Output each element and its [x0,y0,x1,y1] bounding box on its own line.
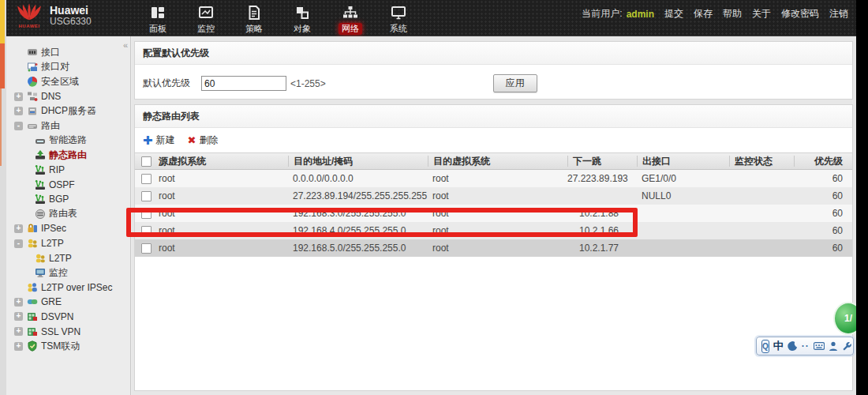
sidebar-item[interactable]: + IPSec [6,221,130,236]
apply-button[interactable]: 应用 [493,74,537,92]
sidebar-item[interactable]: 监控 [6,265,130,280]
sidebar-item[interactable]: + GRE [6,295,130,310]
row-checkbox[interactable] [141,191,152,201]
tree-expander-icon[interactable]: + [14,327,23,336]
sidebar-item[interactable]: 静态路由 [6,148,130,163]
static-route-icon [35,149,46,160]
row-checkbox[interactable] [141,174,152,184]
sidebar-item-label: DNS [41,91,61,102]
sidebar-item[interactable]: + SSL VPN [6,324,130,339]
tree-expander-icon[interactable]: + [14,342,23,351]
nav-item[interactable]: 监控 [190,2,222,36]
sidebar-item-label: 路由表 [49,207,77,220]
sidebar-item[interactable]: - L2TP [6,236,130,251]
default-priority-input[interactable] [201,76,286,91]
delete-route-button[interactable]: ✖ 删除 [188,134,219,147]
sidebar-collapse-icon[interactable]: « [123,40,128,50]
row-checkbox[interactable] [141,243,152,254]
sidebar: « 接口 接口对 安全区域 + DNS + DHCP服务器 - 路由 智能选路 … [6,36,131,395]
cell-destination: 27.223.89.194/255.255.255.255 [288,190,428,201]
cell-source-vsys: root [154,173,288,184]
sidebar-item[interactable]: - 路由 [6,118,130,134]
sidebar-item[interactable]: BGP [6,192,130,207]
cell-dest-vsys: root [428,243,567,254]
ime-language-toggle[interactable]: 中 [773,340,784,352]
huawei-logo-icon: HUAWEI [16,2,43,28]
select-all-checkbox[interactable] [141,156,152,167]
topbar-link[interactable]: 帮助 [723,7,742,21]
static-route-list-title: 静态路由列表 [135,105,852,128]
vpn-grid-icon [27,311,38,322]
security-zone-icon [27,76,38,87]
sidebar-item[interactable]: + DNS [6,89,130,104]
sidebar-item[interactable]: L2TP over IPSec [6,280,130,295]
topbar-link[interactable]: 修改密码 [781,7,819,21]
sidebar-item-label: 接口 [41,46,60,59]
nav-item[interactable]: 面板 [142,2,174,36]
tree-expander-icon[interactable]: + [14,298,23,307]
nav-item[interactable]: 系统 [383,2,414,36]
sidebar-item-label: 安全区域 [41,75,79,88]
tree-expander-icon[interactable]: - [14,122,23,130]
dhcp-icon [27,106,38,117]
nav-label: 系统 [387,23,410,35]
ime-user-icon[interactable] [829,340,838,352]
column-header[interactable]: 目的地址/掩码 [288,156,428,167]
topbar-link[interactable]: 保存 [694,7,713,21]
sidebar-item[interactable]: 路由表 [6,207,130,222]
cell-priority: 60 [794,225,852,236]
vpn-grid-icon [27,326,38,337]
nav-item[interactable]: 对象 [286,2,318,36]
table-row[interactable]: root 0.0.0.0/0.0.0.0 root 27.223.89.193 … [135,170,852,187]
tree-expander-icon[interactable]: + [14,312,23,321]
tree-expander-icon[interactable]: + [14,107,23,115]
sidebar-item[interactable]: 接口对 [6,60,130,75]
topbar-link[interactable]: 关于 [752,7,771,21]
sidebar-item-label: 监控 [49,266,68,280]
column-header[interactable]: 源虚拟系统 [154,156,288,167]
sidebar-item-label: TSM联动 [41,340,80,353]
tree-expander-icon[interactable]: + [14,224,23,233]
ime-logo-icon[interactable]: Q [761,340,769,353]
cell-next-hop: 10.2.1.77 [567,243,637,254]
sidebar-item-label: IPSec [41,223,66,234]
route-table-icon [35,209,46,220]
table-row[interactable]: root 27.223.89.194/255.255.255.255 root … [135,187,852,205]
sidebar-item[interactable]: RIP [6,163,130,178]
cell-destination: 192.168.5.0/255.255.255.0 [288,243,428,254]
sidebar-item[interactable]: L2TP [6,250,130,265]
sidebar-item[interactable]: 安全区域 [6,74,130,89]
sidebar-item-label: 路由 [41,119,60,133]
ime-wrench-icon[interactable] [842,340,852,352]
ime-keyboard-icon[interactable] [814,340,825,352]
nav-label: 监控 [194,23,218,35]
column-header[interactable]: 监控状态 [729,156,794,167]
topbar-link[interactable]: 注销 [829,7,848,21]
sidebar-item[interactable]: + DHCP服务器 [6,103,130,118]
table-row[interactable]: root 192.168.5.0/255.255.255.0 root 10.2… [135,239,852,257]
letterbox-right [856,0,868,395]
sidebar-item-label: GRE [41,296,62,307]
new-route-button[interactable]: ✚ 新建 [143,134,175,147]
topbar-link[interactable]: 提交 [664,7,683,21]
tree-expander-icon[interactable]: - [14,239,23,248]
table-header-row: 源虚拟系统目的地址/掩码目的虚拟系统下一跳出接口监控状态优先级 [135,152,852,170]
column-header[interactable]: 下一跳 [567,156,637,167]
sidebar-item[interactable]: 接口 [6,45,130,60]
sidebar-item-label: L2TP [49,253,72,264]
sidebar-item[interactable]: + DSVPN [6,310,130,325]
ime-punctuation-icon[interactable]: ·· [802,340,810,352]
nav-item[interactable]: 策略 [238,2,270,36]
column-header[interactable]: 优先级 [794,156,852,167]
delete-route-label: 删除 [199,134,218,147]
sidebar-item[interactable]: OSPF [6,177,130,192]
column-header[interactable]: 出接口 [637,156,729,167]
nav-item[interactable]: 网络 [335,2,366,36]
sidebar-item[interactable]: + TSM联动 [6,339,130,354]
column-header[interactable]: 目的虚拟系统 [428,156,567,167]
tree-expander-icon[interactable]: + [14,92,23,101]
sidebar-item[interactable]: 智能选路 [6,134,130,149]
ime-fullwidth-moon-icon[interactable] [788,340,798,352]
current-user-name: admin [627,9,654,20]
cell-priority: 60 [794,208,852,219]
